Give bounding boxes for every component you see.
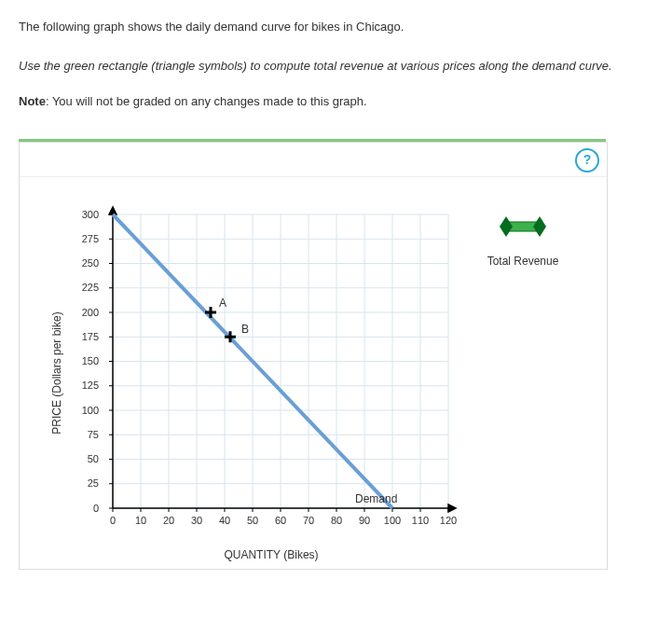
y-tick: 225 xyxy=(82,282,99,293)
instructions: The following graph shows the daily dema… xyxy=(19,19,653,111)
y-tick: 50 xyxy=(88,453,99,464)
y-tick: 25 xyxy=(88,477,99,489)
x-tick: 20 xyxy=(163,515,174,526)
intro-note: Note: You will not be graded on any chan… xyxy=(19,93,653,110)
intro-line-2: Use the green rectangle (triangle symbol… xyxy=(19,58,653,75)
x-tick: 0 xyxy=(110,515,116,526)
x-tick: 110 xyxy=(412,515,429,526)
legend: Total Revenue xyxy=(467,214,579,268)
y-tick: 125 xyxy=(82,380,99,391)
chart-area: PRICE (Dollars per bike) QUANTITY (Bikes… xyxy=(20,177,607,569)
x-tick: 60 xyxy=(275,515,286,526)
gridlines xyxy=(113,214,448,508)
point-b-label: B xyxy=(241,323,249,336)
y-tick: 150 xyxy=(82,355,99,366)
total-revenue-tool[interactable] xyxy=(500,214,546,242)
y-tick: 200 xyxy=(82,307,99,318)
y-tick: 250 xyxy=(82,257,99,269)
triangle-rectangle-icon xyxy=(500,214,546,239)
point-a-marker[interactable] xyxy=(205,307,216,318)
graph-widget: ? PRICE (Dollars per bike) QUANTITY (Bik… xyxy=(19,142,608,570)
x-tick: 30 xyxy=(191,515,202,526)
svg-marker-27 xyxy=(109,207,117,214)
widget-header: ? xyxy=(20,143,607,177)
y-tick: 275 xyxy=(82,233,99,244)
x-tick: 70 xyxy=(303,515,314,526)
point-a-label: A xyxy=(219,297,226,310)
x-tick: 50 xyxy=(247,515,258,526)
axis-ticks xyxy=(109,214,448,512)
x-tick: 100 xyxy=(384,515,401,526)
svg-marker-29 xyxy=(448,504,456,512)
x-tick: 90 xyxy=(359,515,370,526)
x-tick: 40 xyxy=(219,515,230,526)
y-tick: 300 xyxy=(82,209,99,220)
y-tick: 175 xyxy=(82,331,99,342)
y-tick: 75 xyxy=(88,429,99,440)
x-tick: 80 xyxy=(331,515,342,526)
axes xyxy=(109,207,456,512)
help-button[interactable]: ? xyxy=(575,148,599,173)
y-tick: 100 xyxy=(82,405,99,416)
x-tick: 120 xyxy=(440,515,457,526)
legend-label: Total Revenue xyxy=(467,255,579,268)
demand-label: Demand xyxy=(355,492,397,505)
y-tick: 0 xyxy=(93,503,99,514)
intro-line-1: The following graph shows the daily dema… xyxy=(19,19,653,35)
x-tick: 10 xyxy=(135,515,146,526)
